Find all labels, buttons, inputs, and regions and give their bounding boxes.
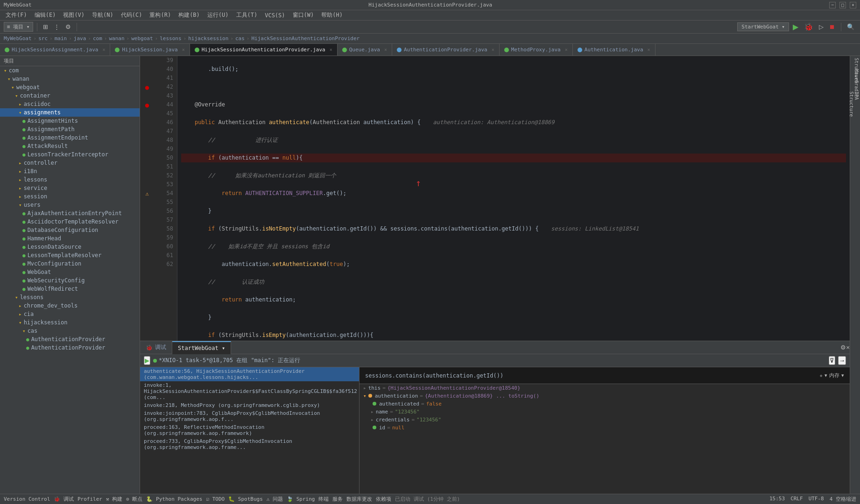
tab-debug[interactable]: 🐞 调试 [140, 341, 172, 354]
structure-icon[interactable]: Structure [852, 58, 859, 65]
debug-eval-input[interactable] [365, 372, 820, 379]
run-config-selector[interactable]: StartWebGoat ▾ [737, 22, 789, 31]
menu-item-U[interactable]: 运行(U) [204, 10, 233, 20]
tree-item-assignmenthints[interactable]: ●AssignmentHints [0, 117, 140, 125]
status-services[interactable]: 服务 [332, 496, 343, 503]
toolbar-project-btn[interactable]: ≡ 项目 ▾ [4, 22, 33, 32]
gradle-icon[interactable]: Gradle [852, 80, 859, 88]
jpa-structure-icon[interactable]: JPA Structure [852, 91, 859, 99]
run-button[interactable]: ▶ [791, 21, 800, 32]
tree-item-asciidoc[interactable]: ▸asciidoc [0, 100, 140, 108]
breadcrumb-cas[interactable]: cas [235, 35, 245, 42]
tree-item-service[interactable]: ▸service [0, 184, 140, 192]
toolbar-divider-btn[interactable]: ⋮ [52, 22, 62, 31]
menu-item-VCSS[interactable]: VCS(S) [261, 11, 289, 20]
tree-item-attackresult[interactable]: ●AttackResult [0, 142, 140, 150]
tree-item-container[interactable]: ▾container [0, 91, 140, 100]
tree-item-ajaxauth[interactable]: ●AjaxAuthenticationEntryPoint [0, 209, 140, 217]
var-id[interactable]: id = null [360, 424, 850, 432]
breadcrumb-webgoat[interactable]: webgoat [131, 35, 153, 42]
tree-item-websecurityconfig[interactable]: ●WebSecurityConfig [0, 276, 140, 285]
tab-hijacksessionassignment[interactable]: HijackSessionAssignment.java × [0, 44, 110, 56]
step-over-btn[interactable]: → [838, 356, 846, 365]
menu-item-W[interactable]: 窗口(W) [289, 10, 318, 20]
status-coverage[interactable]: 依赖项 [376, 496, 391, 503]
menu-item-C[interactable]: 代码(C) [117, 10, 146, 20]
tree-item-cas[interactable]: ▾cas [0, 327, 140, 335]
tree-item-webgoat[interactable]: ●WebGoat [0, 268, 140, 276]
menu-item-T[interactable]: 工具(T) [233, 10, 261, 20]
stack-frame-2[interactable]: invoke:218, MethodProxy (org.springframe… [140, 401, 359, 409]
stack-frame-3[interactable]: invoke:joinpoint:783, CglibAopProxy$Cgli… [140, 409, 359, 423]
tree-item-webgoat[interactable]: ▾webgoat [0, 83, 140, 91]
status-spring[interactable]: 🍃 Spring [287, 496, 315, 502]
var-authentication[interactable]: ▾ authentication = {Authentication@18869… [360, 392, 850, 400]
tree-item-lessontemplateresolver[interactable]: ●LessonTemplateResolver [0, 251, 140, 259]
tree-item-session[interactable]: ▸session [0, 192, 140, 201]
breadcrumb-src[interactable]: src [38, 35, 48, 42]
breadcrumb-wanan[interactable]: wanan [109, 35, 124, 42]
tree-item-assignmentpath[interactable]: ●AssignmentPath [0, 125, 140, 133]
resume-btn[interactable]: ▶ [144, 356, 150, 365]
stop-button[interactable]: ⏹ [827, 22, 837, 31]
menu-item-V[interactable]: 视图(V) [59, 10, 88, 20]
status-spotbugs[interactable]: 🐛 SpotBugs [228, 496, 263, 502]
maven-icon[interactable]: Maven [852, 69, 859, 77]
menu-item-B[interactable]: 构建(B) [175, 10, 204, 20]
tab-authprovider[interactable]: AuthenticationProvider.java × [392, 44, 500, 56]
breadcrumb-mywebgoat[interactable]: MyWebGoat [4, 35, 32, 42]
tree-item-assignments[interactable]: ▾assignments [0, 108, 140, 117]
var-name[interactable]: ▸ name = "123456" [360, 408, 850, 416]
tree-item-dbconfig[interactable]: ●DatabaseConfiguration [0, 226, 140, 234]
tab-hijacksession[interactable]: HijackSession.java × [110, 44, 190, 56]
stack-frame-5[interactable]: proceed:733, CglibAopProxy$CglibMethodIn… [140, 437, 359, 451]
stack-frame-1[interactable]: invoke:1, HijackSessionAuthenticationPro… [140, 381, 359, 401]
var-credentials[interactable]: ▸ credentials = "123456" [360, 416, 850, 424]
status-profiler[interactable]: Profiler [78, 496, 102, 502]
panel-close-btn[interactable]: × [846, 344, 850, 351]
tree-item-lessons2[interactable]: ▾lessons [0, 293, 140, 301]
gutter-42[interactable]: ● [140, 83, 154, 91]
gutter-54[interactable]: ⚠ [140, 189, 154, 198]
tree-item-auth[interactable]: ●AuthenticationProvider [0, 343, 140, 352]
debug-button[interactable]: 🐞 [802, 21, 815, 32]
close-button[interactable]: × [850, 2, 856, 8]
eval-down-btn[interactable]: ▾ [825, 372, 827, 379]
var-this[interactable]: ▸ this = {HijackSessionAuthenticationPro… [360, 384, 850, 392]
tree-item-com[interactable]: ▾com [0, 66, 140, 75]
breadcrumb-com[interactable]: com [93, 35, 102, 42]
status-crlf[interactable]: CRLF [790, 496, 803, 503]
toolbar-layout-btn[interactable]: ⊞ [41, 22, 50, 31]
tree-item-asciidoctor[interactable]: ●AsciidoctorTemplateResolver [0, 217, 140, 226]
status-indent[interactable]: 4 空格缩进 [830, 496, 856, 503]
gutter-44[interactable]: ● [140, 100, 154, 109]
status-terminal[interactable]: 终端 [318, 496, 329, 503]
status-charset[interactable]: UTF-8 [809, 496, 824, 503]
filter-btn[interactable]: ⊽ [829, 356, 835, 365]
status-debug-icon[interactable]: 🐞 调试 [54, 496, 74, 503]
menu-item-E[interactable]: 编辑(E) [31, 10, 60, 20]
status-todo[interactable]: ☑ TODO [206, 496, 225, 502]
eval-memory-btn[interactable]: ▾ [841, 372, 844, 379]
breadcrumb-main[interactable]: main [55, 35, 67, 42]
breadcrumb-lessons[interactable]: lessons [160, 35, 181, 42]
status-issues[interactable]: ⚠ 问题 [267, 496, 283, 503]
var-authenticated[interactable]: authenticated = false [360, 400, 850, 408]
tree-item-mvcconfig[interactable]: ●MvcConfiguration [0, 259, 140, 268]
breadcrumb-java[interactable]: java [74, 35, 86, 42]
tree-item-webwolfredirect[interactable]: ●WebWolfRedirect [0, 285, 140, 293]
toolbar-settings-btn[interactable]: ⚙ [63, 22, 73, 31]
breadcrumb-file[interactable]: HijackSessionAuthenticationProvider [251, 35, 360, 42]
tree-item-i18n[interactable]: ▸i18n [0, 167, 140, 175]
tree-item-lessons[interactable]: ▸lessons [0, 175, 140, 184]
status-python[interactable]: 🐍 Python Packages [146, 496, 202, 502]
breadcrumb-hijacksession[interactable]: hijacksession [188, 35, 228, 42]
search-everywhere-btn[interactable]: 🔍 [845, 22, 856, 31]
menu-item-F[interactable]: 文件(F) [2, 10, 31, 20]
tree-item-authprovider[interactable]: ●AuthenticationProvider [0, 335, 140, 343]
status-database[interactable]: 数据库更改 [346, 496, 372, 503]
tree-item-users[interactable]: ▾users [0, 201, 140, 209]
tree-item-lessontrackerinterceptor[interactable]: ●LessonTrackerInterceptor [0, 150, 140, 159]
tree-item-hijacksession[interactable]: ▾hijacksession [0, 318, 140, 327]
stack-frame-4[interactable]: proceed:163, ReflectiveMethodInvocation … [140, 423, 359, 437]
